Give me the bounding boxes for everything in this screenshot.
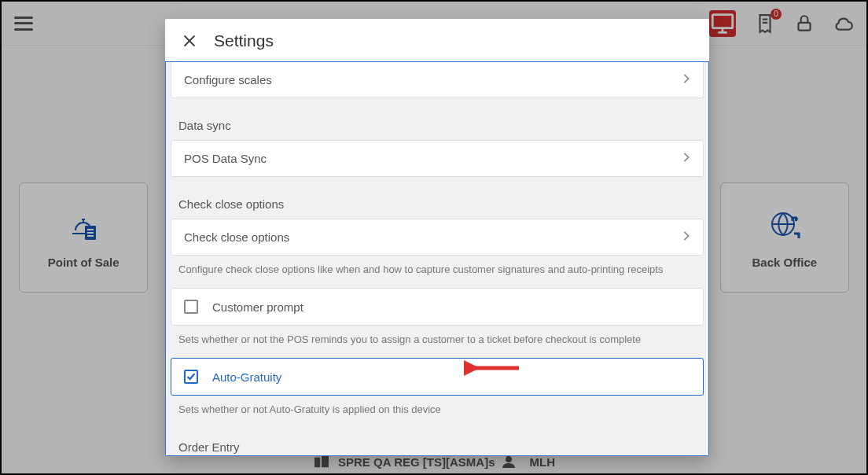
modal-body[interactable]: Configure scales Data sync POS Data Sync…	[165, 61, 709, 456]
close-icon[interactable]	[181, 32, 198, 50]
section-data-sync: Data sync	[166, 106, 708, 140]
row-label: Check close options	[184, 230, 289, 244]
section-order-entry: Order Entry	[166, 428, 708, 456]
checkbox-checked-icon[interactable]	[184, 370, 198, 384]
row-label: POS Data Sync	[184, 152, 267, 165]
settings-modal: Settings Configure scales Data sync POS …	[165, 19, 709, 456]
row-configure-scales[interactable]: Configure scales	[171, 62, 704, 98]
checkbox-unchecked-icon[interactable]	[184, 300, 198, 314]
row-label: Customer prompt	[212, 300, 303, 314]
section-check-close: Check close options	[166, 185, 708, 219]
row-label: Auto-Gratuity	[212, 370, 281, 384]
helper-check-close: Configure check close options like when …	[166, 256, 708, 288]
helper-customer-prompt: Sets whether or not the POS reminds you …	[166, 326, 708, 358]
chevron-right-icon	[682, 152, 690, 165]
row-auto-gratuity[interactable]: Auto-Gratuity	[171, 358, 704, 396]
row-label: Configure scales	[184, 73, 272, 87]
row-pos-data-sync[interactable]: POS Data Sync	[171, 140, 704, 177]
modal-title: Settings	[214, 31, 274, 50]
modal-header: Settings	[165, 19, 709, 61]
row-customer-prompt[interactable]: Customer prompt	[171, 288, 704, 326]
chevron-right-icon	[682, 230, 690, 244]
row-check-close-options[interactable]: Check close options	[171, 219, 704, 256]
chevron-right-icon	[682, 73, 690, 87]
helper-auto-gratuity: Sets whether or not Auto-Gratuity is app…	[166, 396, 708, 428]
